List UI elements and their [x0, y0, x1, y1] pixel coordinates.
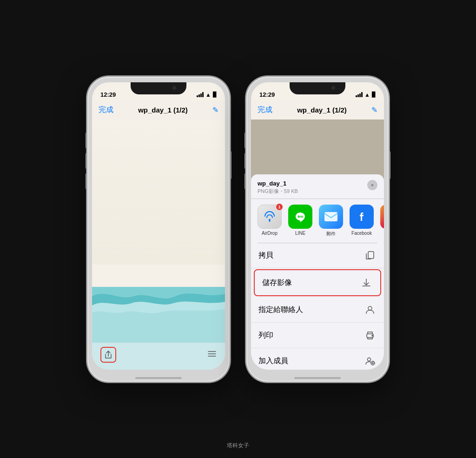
nav-icon-right[interactable]: ✎ [371, 106, 377, 114]
status-icons-right: ▲ ▉ [356, 92, 376, 98]
instagram-icon [380, 205, 384, 229]
airdrop-icon: 1 [258, 205, 282, 229]
action-copy-label: 拷貝 [258, 251, 273, 260]
app-instagram[interactable]: Ins [380, 205, 384, 237]
copy-icon [364, 249, 377, 262]
nav-bar-left: 完成 wp_day_1 (1/2) ✎ [92, 101, 225, 119]
nav-icon-left[interactable]: ✎ [212, 106, 218, 114]
svg-point-4 [269, 219, 271, 221]
list-icon-left[interactable] [207, 350, 217, 359]
bottom-toolbar-left [92, 343, 225, 370]
action-add-member-label: 加入成員 [258, 356, 288, 366]
close-button[interactable]: × [367, 180, 377, 190]
notch [131, 82, 186, 94]
left-phone: 12:29 ▲ ▉ 完成 wp_day_1 (1/2) ✎ [86, 76, 231, 383]
nav-title-right: wp_day_1 (1/2) [297, 106, 347, 114]
battery-icon: ▉ [213, 92, 217, 98]
status-icons-left: ▲ ▉ [197, 92, 217, 98]
status-time-left: 12:29 [100, 91, 116, 98]
apps-row: 1 AirDrop LINE [251, 199, 384, 243]
share-file-info: wp_day_1 PNG影像・59 KB [258, 180, 298, 195]
facebook-label: Facebook [351, 231, 372, 236]
notch-right [290, 82, 345, 94]
print-icon [364, 329, 377, 342]
wifi-icon-right: ▲ [364, 92, 370, 98]
action-assign-label: 指定給聯絡人 [258, 305, 303, 315]
share-file-name: wp_day_1 [258, 180, 298, 187]
share-sheet-header: wp_day_1 PNG影像・59 KB × [251, 174, 384, 199]
notch-camera-right [331, 86, 335, 90]
signal-icon [197, 92, 204, 97]
action-save-label: 儲存影像 [262, 278, 292, 288]
status-time-right: 12:29 [259, 91, 275, 98]
mail-icon [319, 205, 343, 229]
svg-rect-7 [324, 212, 337, 221]
right-phone: 12:29 ▲ ▉ 完成 wp_day_1 (1/2) ✎ [245, 76, 390, 383]
app-facebook[interactable]: Facebook [350, 205, 374, 237]
app-line[interactable]: LINE LINE [288, 205, 312, 237]
right-screen: 12:29 ▲ ▉ 完成 wp_day_1 (1/2) ✎ [251, 82, 384, 370]
nav-bar-right: 完成 wp_day_1 (1/2) ✎ [251, 101, 384, 119]
contact-icon [364, 303, 377, 316]
battery-icon-right: ▉ [372, 92, 376, 98]
share-sheet: wp_day_1 PNG影像・59 KB × [251, 174, 384, 370]
sky-area [92, 119, 225, 265]
action-save-wrapper: 儲存影像 [254, 269, 381, 296]
wifi-icon: ▲ [205, 92, 211, 98]
line-label: LINE [295, 231, 305, 236]
app-mail[interactable]: 郵件 [319, 205, 343, 237]
wallpaper-right: wp_day_1 PNG影像・59 KB × [251, 119, 384, 370]
share-button-left[interactable] [100, 347, 116, 363]
action-print[interactable]: 列印 [251, 323, 384, 348]
nav-done-left[interactable]: 完成 [99, 105, 113, 115]
svg-point-15 [368, 358, 371, 361]
notch-camera [172, 86, 176, 90]
watermark: 塔科女子 [227, 442, 249, 450]
app-airdrop[interactable]: 1 AirDrop [258, 205, 282, 237]
svg-text:LINE: LINE [298, 215, 304, 218]
action-save-image[interactable]: 儲存影像 [255, 270, 380, 295]
mail-label: 郵件 [326, 231, 336, 237]
action-assign-contact[interactable]: 指定給聯絡人 [251, 297, 384, 323]
waves-area [92, 253, 225, 343]
action-add-member[interactable]: 加入成員 [251, 348, 384, 369]
share-file-meta: PNG影像・59 KB [258, 188, 298, 195]
svg-point-14 [372, 335, 373, 336]
airdrop-label: AirDrop [262, 231, 278, 236]
watermark-text: 塔科女子 [227, 442, 249, 449]
close-icon: × [371, 182, 374, 188]
facebook-icon [350, 205, 374, 229]
nav-done-right[interactable]: 完成 [258, 105, 272, 115]
airdrop-badge: 1 [276, 203, 283, 211]
home-indicator-right [294, 377, 341, 379]
action-copy[interactable]: 拷貝 [251, 243, 384, 268]
left-screen: 12:29 ▲ ▉ 完成 wp_day_1 (1/2) ✎ [92, 82, 225, 370]
action-print-label: 列印 [258, 331, 273, 340]
save-icon [360, 276, 373, 289]
home-indicator-left [135, 377, 182, 379]
wallpaper-left [92, 119, 225, 343]
svg-point-12 [368, 306, 372, 310]
signal-icon-right [356, 92, 363, 97]
svg-rect-11 [368, 252, 374, 259]
line-icon: LINE [288, 205, 312, 229]
add-member-icon [364, 354, 377, 367]
nav-title-left: wp_day_1 (1/2) [138, 106, 188, 114]
